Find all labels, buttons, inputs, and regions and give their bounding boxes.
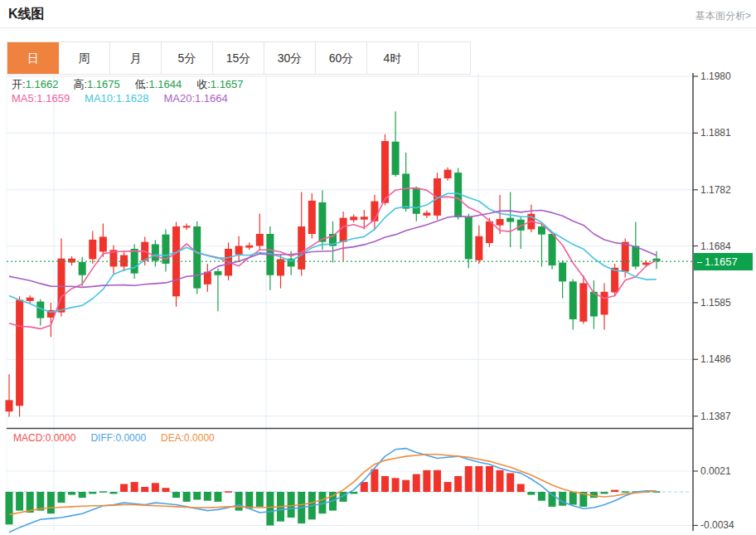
legend-ohlc-item-0: 开:1.1662 [12,78,58,90]
fundamental-analysis-link[interactable]: 基本面分析> [695,9,751,23]
candle-body [497,219,504,226]
kline-page: { "header": { "title": "K线图", "link": "基… [0,0,756,535]
legend-ohlc-item-3: 收:1.1657 [196,78,243,90]
macd-hist-bar [538,492,545,501]
candle-body [486,221,493,243]
macd-hist-bar [214,492,221,502]
macd-hist-bar [517,484,525,493]
interval-tabbar: 日周月5分15分30分60分4时 [7,41,471,75]
macd-legend: MACD:0.0000DIFF:0.0000DEA:0.0000 [13,432,230,444]
macd-hist-bar [99,491,107,493]
current-price-badge: 1.1657 [694,253,753,270]
tab-interval-1[interactable]: 周 [59,42,110,74]
macd-hist-bar [444,482,452,492]
macd-hist-bar [68,492,75,495]
macd-hist-bar [79,492,86,498]
macd-hist-bar [350,492,357,494]
candle-body [632,246,639,267]
macd-hist-bar [392,478,400,492]
macd-hist-bar [152,483,159,492]
price-tick-label-3: 1.1684 [700,241,731,252]
candle-body [214,271,221,275]
macd-hist-bar [89,492,96,494]
candle-body [79,262,86,275]
price-tick-label-4: 1.1585 [700,297,731,309]
ma-legend: MA5:1.1659MA10:1.1628MA20:1.1664 [12,92,243,105]
macd-hist-bar [288,492,295,518]
price-tick-label-5: 1.1486 [700,353,731,365]
candle-body [350,216,357,220]
legend-ohlc-item-2: 低:1.1644 [135,78,182,90]
tab-interval-2[interactable]: 月 [110,42,162,74]
macd-tick-label-1: -0.0034 [700,519,734,531]
macd-hist-bar [120,484,128,493]
candle-body [423,212,430,215]
macd-hist-bar [131,482,138,492]
macd-hist-bar [413,474,420,492]
macd-hist-bar [475,466,482,492]
macd-hist-bar [506,473,514,492]
ohlc-legend: 开:1.1662高:1.1675低:1.1644收:1.1657 [12,77,259,92]
candle-body [235,246,243,255]
candle-body [256,234,264,246]
legend-ma-item-0: MA5:1.1659 [12,92,70,105]
page-title: K线图 [8,6,45,23]
price-tick-label-1: 1.1881 [700,127,731,139]
macd-hist-bar [47,492,55,513]
tab-interval-7[interactable]: 4时 [367,42,419,74]
candle-body [27,298,34,301]
candle-body [549,234,556,265]
tab-interval-3[interactable]: 5分 [162,42,213,74]
current-price-value: 1.1657 [705,255,738,268]
macd-hist-bar [16,492,23,511]
candle-body [6,400,13,411]
macd-hist-bar [486,466,493,492]
macd-hist-bar [204,492,211,501]
candle-body [298,226,305,270]
macd-hist-bar [465,466,472,492]
macd-hist-bar [454,476,462,492]
macd-hist-bar [193,492,201,500]
candle-body [444,170,452,178]
tab-interval-6[interactable]: 60分 [316,42,367,74]
macd-hist-bar [569,492,577,505]
macd-hist-bar [109,492,117,494]
price-tick-label-6: 1.1387 [700,411,731,422]
price-tick-label-0: 1.1980 [700,71,731,82]
diff-line [9,449,657,533]
candle-body [318,202,326,242]
badge-tick-notch [697,262,702,263]
macd-hist-bar [172,492,180,498]
candle-body [152,244,159,260]
candle-body [99,236,107,251]
macd-hist-bar [622,491,629,493]
candle-body [465,216,472,260]
candle-body [413,188,420,214]
macd-hist-bar [245,492,253,508]
price-tick-label-2: 1.1782 [700,184,731,196]
legend-ohlc-item-1: 高:1.1675 [73,78,119,90]
candle-body [622,242,629,272]
tab-interval-4[interactable]: 15分 [213,42,264,74]
candle-body [579,283,587,321]
macd-hist-bar [423,470,430,492]
macd-hist-bar [266,492,274,526]
tab-interval-0[interactable]: 日 [7,42,59,74]
macd-hist-bar [434,470,441,492]
candle-body [245,246,253,248]
candle-body [506,218,514,222]
macd-hist-bar [57,492,65,503]
legend-macd-item-1: DIFF:0.0000 [90,432,146,444]
candle-body [601,292,608,315]
macd-hist-bar [371,469,378,492]
macd-hist-bar [497,470,504,492]
candle-body [361,216,368,219]
macd-hist-bar [611,490,618,492]
tab-interval-5[interactable]: 30分 [264,42,316,74]
macd-hist-bar [225,491,232,493]
candle-body [16,299,23,406]
candle-body [193,226,201,289]
header-divider [0,27,756,28]
candle-body [590,292,598,317]
macd-hist-bar [402,480,410,492]
